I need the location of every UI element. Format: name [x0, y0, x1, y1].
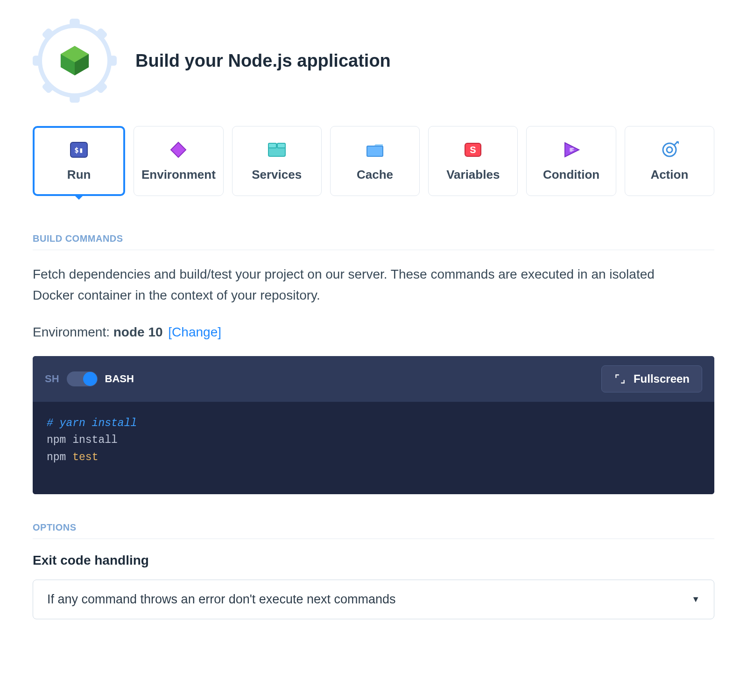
variable-icon: S: [464, 140, 482, 159]
target-icon: [660, 140, 679, 159]
svg-rect-17: [277, 143, 285, 148]
tab-label: Action: [650, 168, 688, 182]
tab-variables[interactable]: S Variables: [428, 126, 518, 196]
shell-bash-label: BASH: [105, 373, 134, 385]
tab-label: Run: [67, 168, 91, 182]
box-icon: [267, 140, 287, 159]
shell-toggle: SH BASH: [45, 371, 134, 386]
tab-environment[interactable]: Environment: [134, 126, 223, 196]
page-header: Build your Node.js application: [33, 14, 714, 103]
fullscreen-button[interactable]: Fullscreen: [601, 365, 702, 392]
tab-run[interactable]: $▮ Run: [33, 126, 125, 196]
change-environment-link[interactable]: [Change]: [168, 325, 221, 339]
tab-label: Services: [252, 168, 302, 182]
exit-code-select[interactable]: If any command throws an error don't exe…: [33, 580, 714, 619]
svg-rect-18: [367, 146, 383, 156]
tab-label: Condition: [543, 168, 599, 182]
environment-value: node 10: [113, 325, 163, 339]
folder-icon: [365, 140, 385, 159]
build-description: Fetch dependencies and build/test your p…: [33, 264, 677, 306]
tab-action[interactable]: Action: [625, 126, 714, 196]
app-badge: [33, 19, 117, 103]
tab-cache[interactable]: Cache: [330, 126, 420, 196]
fullscreen-icon: [614, 373, 626, 385]
editor-body[interactable]: # yarn install npm install npm test: [33, 402, 714, 494]
svg-text:S: S: [470, 145, 476, 155]
section-label-build: BUILD COMMANDS: [33, 210, 714, 250]
play-if-icon: IF: [562, 140, 581, 159]
chevron-down-icon: ▼: [691, 595, 700, 604]
tab-label: Cache: [357, 168, 393, 182]
tab-strip: $▮ Run Environment Services Cache S Vari…: [33, 126, 714, 196]
exit-code-value: If any command throws an error don't exe…: [47, 592, 396, 607]
svg-point-24: [667, 147, 672, 153]
editor-toolbar: SH BASH Fullscreen: [33, 356, 714, 402]
section-label-options: OPTIONS: [33, 499, 714, 539]
tab-services[interactable]: Services: [232, 126, 322, 196]
fullscreen-label: Fullscreen: [634, 372, 690, 385]
svg-rect-16: [268, 143, 276, 148]
tab-condition[interactable]: IF Condition: [526, 126, 616, 196]
svg-text:IF: IF: [570, 147, 574, 153]
tab-label: Environment: [141, 168, 216, 182]
svg-point-23: [663, 143, 676, 156]
page-title: Build your Node.js application: [135, 51, 391, 71]
shell-switch[interactable]: [67, 371, 98, 386]
environment-line: Environment: node 10 [Change]: [33, 325, 714, 340]
svg-marker-14: [171, 142, 186, 157]
diamond-icon: [169, 140, 188, 159]
environment-label: Environment:: [33, 325, 113, 339]
shell-sh-label: SH: [45, 373, 59, 385]
command-editor: SH BASH Fullscreen # yarn install npm in…: [33, 356, 714, 494]
terminal-icon: $▮: [70, 140, 88, 159]
svg-text:$▮: $▮: [75, 146, 84, 154]
exit-code-title: Exit code handling: [33, 553, 714, 568]
nodejs-icon: [58, 44, 91, 77]
tab-label: Variables: [446, 168, 500, 182]
